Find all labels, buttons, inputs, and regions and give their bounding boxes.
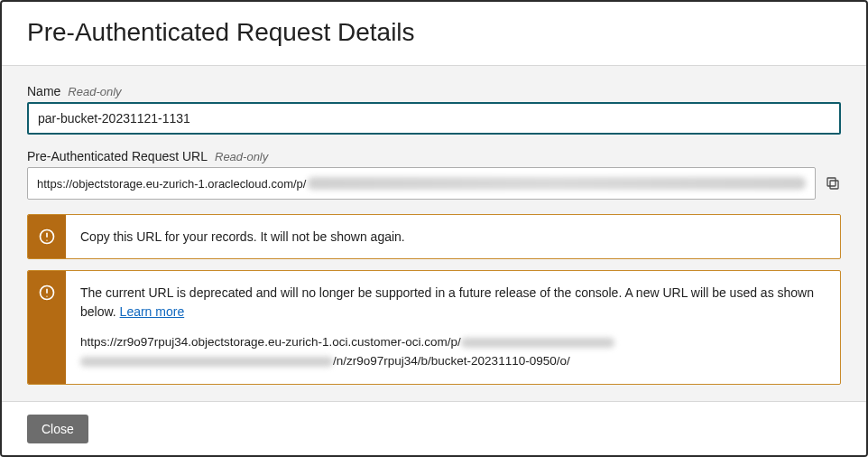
- url-input[interactable]: https://objectstorage.eu-zurich-1.oracle…: [27, 167, 816, 200]
- url-readonly-hint: Read-only: [215, 150, 268, 163]
- svg-point-7: [46, 296, 47, 297]
- name-label-row: Name Read-only: [27, 84, 841, 98]
- dialog-header: Pre-Authenticated Request Details: [2, 2, 866, 65]
- warning-icon: [38, 284, 56, 302]
- deprecated-alert-body: The current URL is deprecated and will n…: [66, 271, 840, 383]
- copy-alert-text: Copy this URL for your records. It will …: [80, 229, 405, 244]
- svg-point-4: [46, 240, 47, 241]
- svg-rect-0: [830, 181, 838, 189]
- dialog-body: Name Read-only Pre-Authenticated Request…: [2, 66, 866, 402]
- warning-icon: [38, 228, 56, 246]
- copy-alert-body: Copy this URL for your records. It will …: [66, 215, 840, 258]
- copy-alert: Copy this URL for your records. It will …: [27, 214, 841, 259]
- url-redacted: [308, 177, 806, 190]
- deprecated-url: https://zr9o97rpuj34.objectstorage.eu-zu…: [80, 333, 826, 371]
- dialog-title: Pre-Authenticated Request Details: [27, 18, 841, 47]
- url-redacted: [461, 338, 614, 348]
- deprecated-text: The current URL is deprecated and will n…: [80, 285, 814, 318]
- name-readonly-hint: Read-only: [68, 85, 121, 98]
- copy-alert-side: [28, 215, 66, 258]
- url-redacted: [80, 357, 333, 367]
- close-button[interactable]: Close: [27, 415, 88, 443]
- deprecated-alert: The current URL is deprecated and will n…: [27, 270, 841, 384]
- url-label-row: Pre-Authenticated Request URL Read-only: [27, 149, 841, 163]
- copy-icon[interactable]: [825, 175, 841, 191]
- url-visible-prefix: https://objectstorage.eu-zurich-1.oracle…: [37, 177, 306, 191]
- deprecated-alert-side: [28, 271, 66, 383]
- name-input[interactable]: [27, 102, 841, 135]
- url-row: https://objectstorage.eu-zurich-1.oracle…: [27, 167, 841, 200]
- svg-rect-1: [827, 178, 836, 186]
- learn-more-link[interactable]: Learn more: [120, 304, 185, 319]
- deprecated-url-prefix: https://zr9o97rpuj34.objectstorage.eu-zu…: [80, 335, 461, 349]
- dialog-footer: Close: [2, 402, 866, 456]
- url-label: Pre-Authenticated Request URL: [27, 149, 208, 163]
- name-label: Name: [27, 84, 60, 98]
- deprecated-url-suffix: /n/zr9o97rpuj34/b/bucket-20231110-0950/o…: [333, 354, 570, 368]
